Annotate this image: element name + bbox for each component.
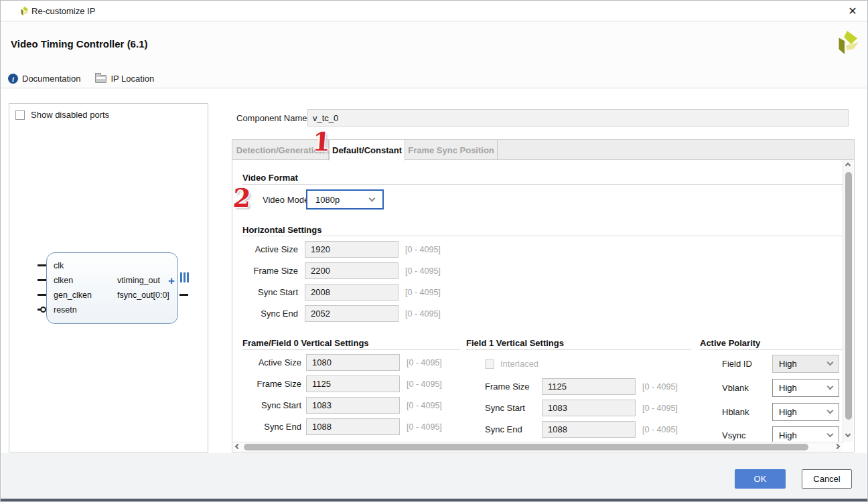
h-sync-end-input[interactable]: 2052 [305,305,399,322]
ok-button[interactable]: OK [735,469,786,489]
field1-divider [466,349,691,350]
vertical-scroll-thumb[interactable] [845,172,852,420]
v0-active-size-row: Active Size 1080 [0 - 4095] [242,354,442,371]
xilinx-logo-icon [19,6,29,16]
hblank-select[interactable]: High [772,403,839,421]
dialog-header: Video Timing Controller (6.1) i Document… [1,22,867,88]
frame-field0-heading: Frame/Field 0 Vertical Settings [242,338,369,348]
field-id-row: Field ID High [722,355,839,373]
horizontal-scroll-thumb[interactable] [244,444,808,450]
h-frame-size-row: Frame Size 2200 [0 - 4095] [242,262,441,279]
v0-sync-start-row: Sync Start 1083 [0 - 4095] [242,397,442,414]
show-disabled-ports-checkbox[interactable] [15,110,25,120]
port-resetn: resetn [54,305,77,315]
scroll-up-icon[interactable] [846,163,851,169]
interlaced-checkbox[interactable] [485,359,494,369]
interlaced-row: Interlaced [485,359,538,369]
video-mode-select[interactable]: 1080p [306,189,384,210]
ip-title: Video Timing Controller (6.1) [11,38,147,50]
v0-active-size-input[interactable]: 1080 [306,354,400,371]
scroll-right-icon[interactable] [835,444,841,450]
folder-icon [95,75,106,83]
close-icon[interactable]: ✕ [846,4,859,17]
recustomize-ip-dialog: Re-customize IP ✕ Video Timing Controlle… [0,0,868,502]
video-format-heading: Video Format [242,173,298,183]
window-title: Re-customize IP [31,6,95,16]
chevron-down-icon [827,384,834,390]
field1-heading: Field 1 Vertical Settings [466,338,564,348]
ip-symbol-panel: Show disabled ports clk clken gen_clken … [9,103,208,452]
hblank-row: Hblank High [722,403,839,421]
h-sync-start-row: Sync Start 2008 [0 - 4095] [242,284,441,301]
vblank-row: Vblank High [722,379,839,397]
resetn-active-low-icon [40,307,46,313]
v0-sync-end-row: Sync End 1088 [0 - 4095] [242,418,442,435]
documentation-link[interactable]: i Documentation [8,74,80,84]
active-polarity-heading: Active Polarity [700,338,760,348]
show-disabled-ports-label: Show disabled ports [31,110,109,120]
horizontal-scrollbar[interactable] [232,442,843,452]
fsync-out-stub [179,294,188,296]
horizontal-settings-heading: Horizontal Settings [242,225,321,235]
component-name-input[interactable]: v_tc_0 [307,109,849,127]
port-vtiming-out: vtiming_out [117,276,160,285]
frame-field0-divider [242,349,460,350]
gen-clken-port-stub [38,294,46,296]
chevron-down-icon [827,408,834,414]
port-clk: clk [54,261,64,270]
v0-sync-start-input[interactable]: 1083 [306,397,400,414]
tab-frame-sync-position[interactable]: Frame Sync Position [405,140,498,160]
tab-default-constant[interactable]: Default/Constant [329,140,405,161]
cancel-button[interactable]: Cancel [802,469,852,489]
v1-sync-start-row: Sync Start 1083 [0 - 4095] [485,400,678,416]
v0-frame-size-row: Frame Size 1125 [0 - 4095] [242,375,442,392]
ip-location-link[interactable]: IP Location [95,74,154,84]
show-disabled-ports-row: Show disabled ports [15,110,109,120]
chevron-down-icon [827,431,834,438]
v1-sync-end-input[interactable]: 1088 [542,421,636,438]
vertical-scrollbar[interactable] [843,160,853,442]
v0-sync-end-input[interactable]: 1088 [306,418,400,435]
video-mode-row: Video Mode [263,195,309,205]
chevron-down-icon [827,359,834,366]
h-active-size-input[interactable]: 1920 [305,241,399,258]
component-name-label: Component Name [236,113,307,123]
v1-frame-size-input[interactable]: 1125 [542,378,636,395]
clk-port-stub [38,264,46,266]
h-sync-start-input[interactable]: 2008 [305,284,399,301]
v1-sync-start-input[interactable]: 1083 [542,400,636,416]
vblank-select[interactable]: High [772,379,839,397]
h-frame-size-input[interactable]: 2200 [305,262,399,279]
background-window-strip [1,499,867,501]
v1-frame-size-row: Frame Size 1125 [0 - 4095] [485,378,678,395]
xilinx-logo [833,30,859,56]
port-clken: clken [54,276,73,285]
port-gen-clken: gen_clken [54,290,92,300]
h-sync-end-row: Sync End 2052 [0 - 4095] [242,305,441,322]
v1-sync-end-row: Sync End 1088 [0 - 4095] [485,421,678,438]
chevron-down-icon [369,195,376,201]
horizontal-settings-divider [242,236,843,236]
config-tab-panel: Detection/Generation Default/Constant Fr… [232,139,855,452]
info-icon: i [8,74,18,84]
annotation-step-2: 2 [232,183,252,213]
clken-port-stub [38,279,46,281]
h-active-size-row: Active Size 1920 [0 - 4095] [242,241,441,258]
expand-interface-icon[interactable]: + [168,275,175,286]
interface-bundle-icon [180,272,190,282]
header-links: i Documentation IP Location [8,74,169,84]
video-mode-label: Video Mode [263,195,309,205]
interlaced-label: Interlaced [500,359,538,369]
scroll-down-icon[interactable] [846,432,851,438]
annotation-step-1: 1 [311,127,332,157]
v0-frame-size-input[interactable]: 1125 [306,375,400,392]
active-polarity-divider [700,349,843,350]
title-bar: Re-customize IP ✕ [1,1,867,21]
scroll-left-icon[interactable] [236,444,241,450]
port-fsync-out: fsync_out[0:0] [117,290,169,300]
video-format-divider [242,184,843,185]
field-id-select: High [772,355,839,373]
